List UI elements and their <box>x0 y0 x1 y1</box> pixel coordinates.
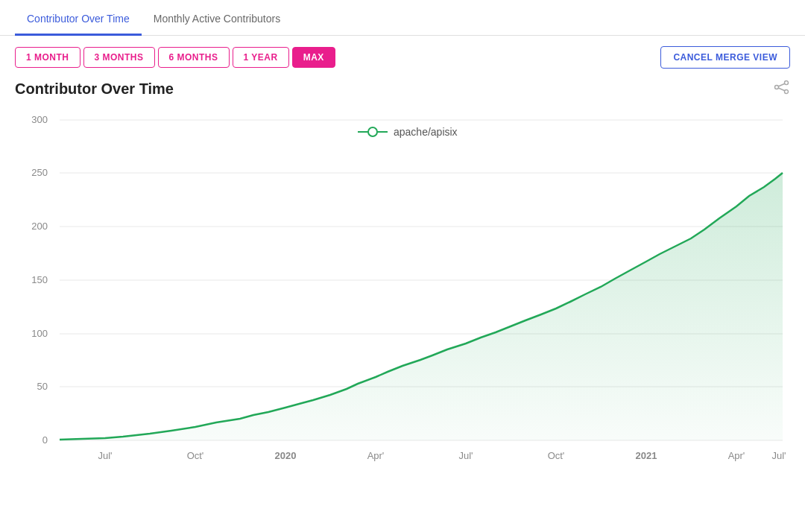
svg-point-1 <box>775 86 779 89</box>
svg-line-4 <box>778 88 785 91</box>
svg-text:Oct': Oct' <box>548 450 565 461</box>
tab-monthly-active-contributors[interactable]: Monthly Active Contributors <box>142 4 292 36</box>
tab-contributor-over-time[interactable]: Contributor Over Time <box>15 4 142 36</box>
chart-title: Contributor Over Time <box>15 80 174 98</box>
svg-text:150: 150 <box>31 274 48 285</box>
chart-header: Contributor Over Time <box>15 79 790 99</box>
svg-text:Jul': Jul' <box>98 450 112 461</box>
svg-text:Apr': Apr' <box>367 450 385 461</box>
share-icon[interactable] <box>774 79 790 99</box>
legend-label: apache/apisix <box>394 126 458 138</box>
svg-text:50: 50 <box>37 381 48 392</box>
svg-text:2021: 2021 <box>636 450 657 461</box>
svg-text:100: 100 <box>31 328 48 339</box>
chart-svg: 300 250 200 150 100 50 0 Jul' Oct' 2020 … <box>15 105 790 493</box>
svg-text:200: 200 <box>31 221 48 232</box>
svg-text:300: 300 <box>31 114 48 125</box>
svg-text:Oct': Oct' <box>187 450 204 461</box>
tabs-bar: Contributor Over Time Monthly Active Con… <box>0 0 805 36</box>
filter-max[interactable]: MAX <box>292 47 335 68</box>
svg-text:2020: 2020 <box>275 450 297 461</box>
filter-1year[interactable]: 1 YEAR <box>233 47 289 68</box>
legend-dot <box>368 127 377 136</box>
svg-text:Jul': Jul' <box>458 450 473 461</box>
svg-text:Jul': Jul' <box>771 450 786 461</box>
svg-point-0 <box>785 81 789 85</box>
svg-text:0: 0 <box>42 434 48 446</box>
svg-point-2 <box>785 90 789 94</box>
filter-3months[interactable]: 3 MONTHS <box>83 47 155 68</box>
time-filters: 1 MONTH 3 MONTHS 6 MONTHS 1 YEAR MAX <box>15 47 335 68</box>
svg-text:250: 250 <box>31 167 48 178</box>
area-fill <box>60 173 783 440</box>
filter-6months[interactable]: 6 MONTHS <box>158 47 230 68</box>
controls-row: 1 MONTH 3 MONTHS 6 MONTHS 1 YEAR MAX CAN… <box>0 36 805 79</box>
filter-1month[interactable]: 1 MONTH <box>15 47 80 68</box>
svg-line-3 <box>778 83 785 86</box>
chart-section: Contributor Over Time <box>0 79 805 493</box>
svg-text:Apr': Apr' <box>728 450 745 461</box>
chart-container: 300 250 200 150 100 50 0 Jul' Oct' 2020 … <box>15 105 790 493</box>
cancel-merge-button[interactable]: CANCEL MERGE VIEW <box>660 46 790 69</box>
